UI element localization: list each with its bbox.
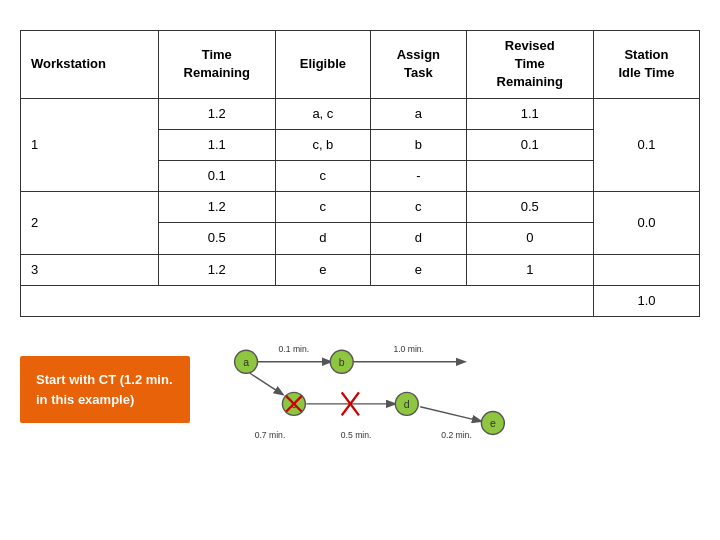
table-row: 3 1.2 e e 1 xyxy=(21,254,700,285)
ws1-revised-3 xyxy=(466,160,593,191)
ws1-label: 1 xyxy=(21,98,159,192)
edge-a-c xyxy=(250,373,283,394)
ws1-time-3: 0.1 xyxy=(158,160,275,191)
ws1-assign-1: a xyxy=(371,98,466,129)
ws3-assign-1: e xyxy=(371,254,466,285)
edge-label-de: 0.2 min. xyxy=(441,430,472,440)
edge-d-e xyxy=(420,407,480,421)
node-b-label: b xyxy=(339,355,345,367)
main-table-wrapper: Workstation TimeRemaining Eligible Assig… xyxy=(20,30,700,317)
callout-text: Start with CT (1.2 min. in this example) xyxy=(36,372,173,407)
node-e-label: e xyxy=(490,417,496,429)
ws1-revised-2: 0.1 xyxy=(466,129,593,160)
header-station-idle: StationIdle Time xyxy=(593,31,699,99)
assembly-line-table: Workstation TimeRemaining Eligible Assig… xyxy=(20,30,700,317)
ws1-assign-3: - xyxy=(371,160,466,191)
header-assign-task: AssignTask xyxy=(371,31,466,99)
ws1-idle: 0.1 xyxy=(593,98,699,192)
ws1-time-1: 1.2 xyxy=(158,98,275,129)
ws3-idle xyxy=(593,254,699,285)
header-eligible: Eligible xyxy=(275,31,370,99)
ws2-time-1: 1.2 xyxy=(158,192,275,223)
ws2-revised-2: 0 xyxy=(466,223,593,254)
ws2-label: 2 xyxy=(21,192,159,254)
ws2-eligible-1: c xyxy=(275,192,370,223)
header-workstation: Workstation xyxy=(21,31,159,99)
edge-label-ab: 0.1 min. xyxy=(279,344,310,354)
ws2-idle: 0.0 xyxy=(593,192,699,254)
ws3-time-1: 1.2 xyxy=(158,254,275,285)
ws2-time-2: 0.5 xyxy=(158,223,275,254)
total-idle: 1.0 xyxy=(593,285,699,316)
ws1-revised-1: 1.1 xyxy=(466,98,593,129)
ws2-assign-1: c xyxy=(371,192,466,223)
header-time-remaining: TimeRemaining xyxy=(158,31,275,99)
table-row: 2 1.2 c c 0.5 0.0 xyxy=(21,192,700,223)
table-row: 1 1.2 a, c a 1.1 0.1 xyxy=(21,98,700,129)
ws3-label: 3 xyxy=(21,254,159,285)
total-label xyxy=(21,285,594,316)
ws3-revised-1: 1 xyxy=(466,254,593,285)
ws2-revised-1: 0.5 xyxy=(466,192,593,223)
ws2-assign-2: d xyxy=(371,223,466,254)
ws1-eligible-2: c, b xyxy=(275,129,370,160)
node-a-label: a xyxy=(243,355,249,367)
ws1-time-2: 1.1 xyxy=(158,129,275,160)
callout-box: Start with CT (1.2 min. in this example) xyxy=(20,356,190,423)
edge-label-b-right: 1.0 min. xyxy=(393,344,424,354)
edge-label-cd: 0.5 min. xyxy=(341,430,372,440)
ws3-eligible-1: e xyxy=(275,254,370,285)
ws1-eligible-1: a, c xyxy=(275,98,370,129)
ws1-eligible-3: c xyxy=(275,160,370,191)
ws2-eligible-2: d xyxy=(275,223,370,254)
ws1-assign-2: b xyxy=(371,129,466,160)
network-diagram: 0.1 min. 1.0 min. 0.7 min. 0.5 min. 0.2 … xyxy=(210,335,550,445)
node-d-label: d xyxy=(404,398,410,410)
edge-label-ac: 0.7 min. xyxy=(255,430,286,440)
header-revised-time: RevisedTimeRemaining xyxy=(466,31,593,99)
total-row: 1.0 xyxy=(21,285,700,316)
bottom-section: Start with CT (1.2 min. in this example)… xyxy=(20,335,700,445)
